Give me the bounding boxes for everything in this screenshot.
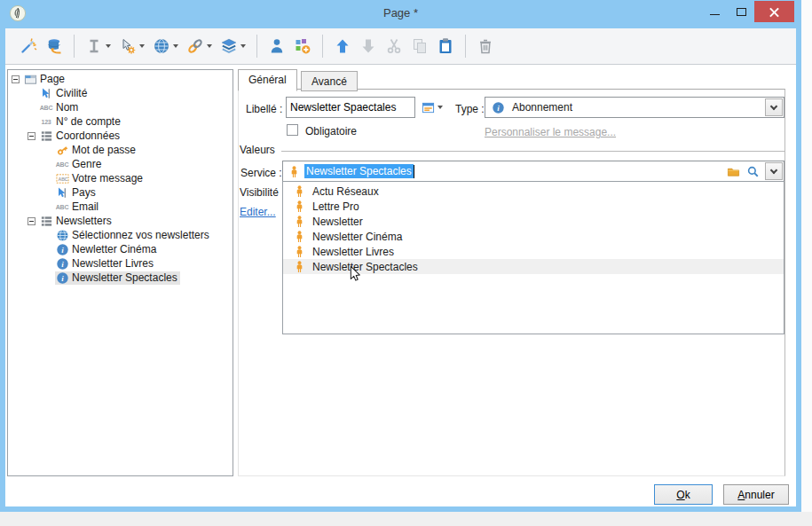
tree-item[interactable]: Sélectionnez vos newsletters	[8, 228, 233, 242]
close-button[interactable]	[754, 1, 794, 22]
collapse-expander-icon[interactable]	[28, 217, 35, 225]
maximize-icon	[737, 8, 746, 16]
valeurs-label: Valeurs	[240, 144, 275, 156]
service-person-icon	[292, 245, 306, 259]
personnaliser-message-link[interactable]: Personnaliser le message...	[485, 126, 616, 138]
dropdown-item-label: Newsletter Livres	[312, 246, 394, 258]
tree-item[interactable]: ABCNom	[8, 100, 233, 114]
dropdown-caret-icon[interactable]	[240, 44, 246, 48]
ok-button[interactable]: Ok	[654, 484, 713, 505]
annuler-button[interactable]: Annuler	[723, 484, 789, 505]
collapse-expander-icon[interactable]	[12, 75, 20, 83]
dropdown-item[interactable]: Lettre Pro	[283, 199, 784, 214]
dropdown-caret-icon[interactable]	[173, 44, 178, 48]
toolbar	[5, 28, 796, 65]
control-settings-button[interactable]	[119, 35, 145, 57]
minimize-button[interactable]	[701, 1, 728, 22]
tree-item[interactable]: iNewsletter Livres	[8, 256, 233, 271]
dropdown-item[interactable]: Newsletter Livres	[283, 244, 784, 259]
delete-icon	[477, 37, 494, 55]
editer-link[interactable]: Editer...	[240, 206, 276, 218]
combo-cursor-icon	[39, 86, 53, 100]
tree-item-label: Sélectionnez vos newsletters	[72, 229, 209, 241]
layers-button[interactable]	[220, 35, 246, 57]
user-button[interactable]	[268, 35, 286, 57]
type-dropdown-button[interactable]	[765, 98, 783, 116]
section-rule	[281, 151, 784, 152]
service-person-icon	[292, 184, 306, 199]
alignment-button[interactable]	[85, 35, 111, 57]
key-icon	[55, 143, 69, 157]
tree-item-label: Nom	[56, 101, 78, 114]
wizard-button[interactable]	[20, 35, 37, 57]
add-control-button[interactable]	[294, 35, 311, 57]
chevron-down-icon	[770, 102, 777, 109]
obligatoire-checkbox[interactable]	[287, 124, 298, 136]
dropdown-caret-icon[interactable]	[106, 44, 111, 48]
dropdown-item[interactable]: Newsletter	[283, 214, 784, 229]
user-icon	[268, 37, 286, 55]
tree-item[interactable]: ABCEmail	[8, 200, 233, 214]
tree-item[interactable]: ABCGenre	[8, 157, 233, 171]
type-combobox[interactable]: i Abonnement	[485, 97, 784, 118]
delete-button[interactable]	[477, 35, 494, 57]
toolbar-separator	[74, 35, 75, 58]
move-up-icon	[334, 37, 351, 55]
info-icon: i	[55, 271, 69, 285]
tree-item[interactable]: iNewletter Cinéma	[8, 242, 233, 256]
dropdown-item[interactable]: Newsletter Cinéma	[283, 229, 784, 244]
web-options-button[interactable]	[153, 35, 178, 57]
collapse-expander-icon[interactable]	[28, 132, 35, 140]
web-options-icon	[153, 37, 170, 55]
tab[interactable]: Général	[238, 69, 297, 91]
window-controls	[701, 1, 794, 22]
titlebar[interactable]: Page *	[0, 0, 801, 28]
tree-item[interactable]: Mot de passe	[8, 143, 233, 157]
tree-item-label: Newsletters	[56, 215, 112, 227]
globe-small-icon	[55, 228, 69, 242]
service-combobox[interactable]: Newsletter Spectacles	[282, 161, 784, 182]
search-icon[interactable]	[745, 164, 760, 178]
copy-button[interactable]	[411, 35, 429, 57]
dropdown-item-label: Newsletter Cinéma	[312, 231, 402, 243]
paste-button[interactable]	[437, 35, 454, 57]
data-binding-button[interactable]	[45, 35, 63, 57]
tree-item[interactable]: 123N° de compte	[8, 114, 233, 129]
tree-item[interactable]: Civilité	[8, 86, 233, 100]
move-down-button[interactable]	[359, 35, 377, 57]
tree-item[interactable]: Newsletters	[8, 214, 233, 228]
type-label: Type :	[455, 103, 485, 115]
move-up-button[interactable]	[334, 35, 351, 57]
folder-icon[interactable]	[726, 164, 740, 178]
tree-item[interactable]: Pays	[8, 185, 233, 200]
service-person-icon	[292, 200, 306, 214]
tree-item[interactable]: ABCVotre message	[8, 171, 233, 185]
form-style-icon	[421, 100, 435, 114]
dropdown-caret-icon[interactable]	[207, 44, 212, 48]
copy-icon	[411, 37, 429, 55]
textarea-icon: ABC	[55, 171, 69, 185]
desktop-background	[801, 0, 812, 512]
tree-item[interactable]: Page	[8, 72, 233, 86]
info-icon: i	[491, 100, 505, 114]
tree-item[interactable]: Coordonnées	[8, 129, 233, 143]
page-element-tree: Page Civilité ABCNom 123N° de co	[7, 69, 233, 476]
dropdown-item[interactable]: Actu Réseaux	[283, 184, 784, 199]
dropdown-caret-icon[interactable]	[139, 44, 145, 48]
service-dropdown-list: Actu Réseaux Lettre Pro Newsletter	[282, 181, 784, 334]
text-caret	[414, 165, 414, 178]
tree-item[interactable]: iNewsletter Spectacles	[8, 271, 233, 285]
tree-item-label: Civilité	[56, 87, 87, 99]
maximize-button[interactable]	[728, 1, 754, 22]
libelle-label: Libellé :	[246, 103, 282, 115]
toolbar-separator	[465, 35, 466, 58]
libelle-input[interactable]	[286, 97, 415, 118]
tab[interactable]: Avancé	[301, 71, 358, 91]
service-dropdown-button[interactable]	[765, 162, 783, 180]
style-button[interactable]	[421, 100, 443, 114]
dialog-content: Page Civilité ABCNom 123N° de co	[5, 28, 796, 506]
123-icon: 123	[39, 114, 53, 129]
links-button[interactable]	[186, 35, 212, 57]
cut-button[interactable]	[385, 35, 403, 57]
dropdown-item-label: Newsletter Spectacles	[312, 261, 418, 273]
